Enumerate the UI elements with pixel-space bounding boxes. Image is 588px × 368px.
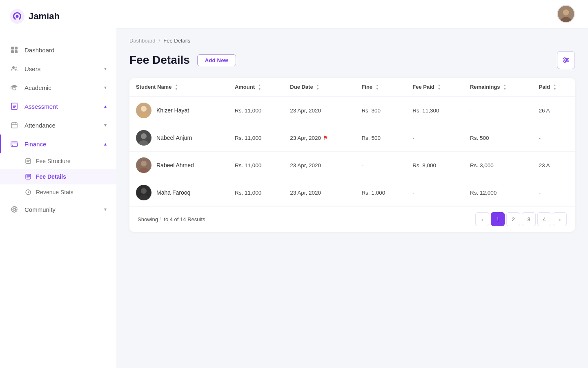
amount-cell: Rs. 11,000 (228, 124, 283, 152)
sidebar-item-finance[interactable]: Finance ▴ (0, 135, 116, 153)
fine-cell: Rs. 300 (355, 97, 406, 124)
chevron-down-icon: ▾ (104, 85, 107, 90)
svg-point-33 (563, 9, 569, 16)
svg-rect-3 (15, 47, 18, 49)
sidebar-item-label: Fee Structure (36, 158, 71, 164)
th-paid[interactable]: Paid ▲▼ (532, 78, 575, 97)
fee-table: Student Name ▲▼ Amount ▲▼ Due Date ▲▼ (129, 78, 575, 206)
fine-cell: - (355, 152, 406, 179)
svg-point-43 (141, 133, 147, 139)
due-date-cell: 23 Apr, 2020⚑ (283, 124, 355, 152)
sort-icon: ▲▼ (437, 84, 441, 91)
sidebar-item-academic[interactable]: Academic ▾ (0, 78, 116, 97)
community-icon (10, 205, 19, 214)
paid-cell: - (532, 179, 575, 206)
svg-rect-12 (11, 123, 17, 128)
sidebar-item-community[interactable]: Community ▾ (0, 200, 116, 219)
fee-paid-cell: - (406, 124, 463, 152)
th-remainings[interactable]: Remainings ▲▼ (463, 78, 532, 97)
sidebar-item-label: Finance (24, 141, 46, 148)
sidebar-item-fee-structure[interactable]: Fee Structure (0, 153, 116, 169)
th-amount[interactable]: Amount ▲▼ (228, 78, 283, 97)
breadcrumb-separator: / (159, 38, 160, 44)
svg-point-48 (139, 195, 149, 200)
avatar[interactable] (557, 5, 575, 23)
chevron-up-icon: ▴ (104, 141, 107, 147)
flag-icon: ⚑ (323, 135, 328, 141)
amount-cell: Rs. 11,000 (228, 179, 283, 206)
filter-button[interactable] (557, 51, 575, 69)
sidebar-nav: Dashboard Users ▾ Academic ▾ Assessment … (0, 33, 116, 368)
page-title: Fee Details (129, 54, 190, 67)
chevron-down-icon: ▾ (104, 122, 107, 128)
student-name: Khizer Hayat (156, 107, 189, 114)
sidebar-item-users[interactable]: Users ▾ (0, 59, 116, 78)
svg-rect-17 (11, 142, 18, 144)
th-student-name[interactable]: Student Name ▲▼ (129, 78, 228, 97)
due-date-text: 23 Apr, 2020 (290, 135, 321, 141)
fee-table-container: Student Name ▲▼ Amount ▲▼ Due Date ▲▼ (129, 78, 575, 232)
fine-cell: Rs. 1,000 (355, 179, 406, 206)
pagination-page-4[interactable]: 4 (537, 212, 551, 226)
th-fine[interactable]: Fine ▲▼ (355, 78, 406, 97)
pagination-next[interactable]: › (553, 212, 567, 226)
svg-point-18 (12, 145, 13, 146)
logo: Jamiah (0, 0, 116, 33)
svg-point-39 (566, 59, 568, 61)
sidebar-item-fee-details[interactable]: Fee Details (0, 169, 116, 184)
svg-point-45 (141, 161, 147, 166)
attendance-icon (10, 121, 19, 130)
table-header: Student Name ▲▼ Amount ▲▼ Due Date ▲▼ (129, 78, 575, 97)
breadcrumb-parent: Dashboard (129, 38, 156, 44)
revenue-stats-icon (24, 188, 32, 196)
brand-name: Jamiah (29, 11, 60, 22)
th-fee-paid[interactable]: Fee Paid ▲▼ (406, 78, 463, 97)
sidebar-item-revenue-stats[interactable]: Revenue Stats (0, 184, 116, 200)
sidebar-item-label: Revenue Stats (36, 189, 74, 195)
chevron-down-icon: ▾ (104, 66, 107, 72)
student-name: Rabeel Ahmed (156, 162, 194, 168)
student-name-cell: Rabeel Ahmed (129, 152, 228, 179)
fee-structure-icon (24, 157, 32, 165)
add-new-button[interactable]: Add New (197, 54, 236, 66)
svg-point-40 (564, 61, 566, 63)
svg-point-38 (564, 58, 566, 59)
main-content: Dashboard / Fee Details Fee Details Add … (116, 0, 588, 368)
fee-paid-cell: Rs. 8,000 (406, 152, 463, 179)
academic-icon (10, 83, 19, 92)
table-row: Rabeel Ahmed Rs. 11,00023 Apr, 2020-Rs. … (129, 152, 575, 179)
pagination-info: Showing 1 to 4 of 14 Results (138, 216, 205, 222)
remainings-cell: Rs. 500 (463, 124, 532, 152)
remainings-cell: Rs. 12,000 (463, 179, 532, 206)
pagination-page-1[interactable]: 1 (491, 212, 505, 226)
sidebar-item-attendance[interactable]: Attendance ▾ (0, 116, 116, 135)
avatar-silhouette (136, 185, 151, 200)
student-name-cell: Nabeel Anjum (129, 124, 228, 152)
pagination-controls: ‹ 1 2 3 4 › (475, 212, 567, 226)
fee-paid-cell: Rs. 11,300 (406, 97, 463, 124)
sidebar-item-assessment[interactable]: Assessment ▴ (0, 97, 116, 116)
sort-icon: ▲▼ (376, 84, 379, 91)
sidebar-item-label: Assessment (24, 103, 58, 110)
sidebar-item-dashboard[interactable]: Dashboard (0, 40, 116, 59)
table-row: Nabeel Anjum Rs. 11,00023 Apr, 2020⚑Rs. … (129, 124, 575, 152)
fee-details-icon (24, 173, 32, 180)
table-row: Khizer Hayat Rs. 11,00023 Apr, 2020Rs. 3… (129, 97, 575, 124)
logo-icon (10, 9, 24, 24)
sidebar-item-label: Users (24, 65, 40, 72)
svg-point-6 (12, 66, 15, 69)
sort-icon: ▲▼ (316, 84, 319, 91)
pagination-page-3[interactable]: 3 (522, 212, 536, 226)
sidebar-item-label: Attendance (24, 122, 56, 129)
svg-rect-4 (11, 50, 14, 53)
pagination-page-2[interactable]: 2 (506, 212, 520, 226)
due-date-cell: 23 Apr, 2020 (283, 179, 355, 206)
sort-icon: ▲▼ (553, 84, 557, 91)
th-due-date[interactable]: Due Date ▲▼ (283, 78, 355, 97)
paid-cell: 26 A (532, 97, 575, 124)
svg-rect-2 (11, 47, 14, 49)
pagination-prev[interactable]: ‹ (475, 212, 489, 226)
paid-cell: 23 A (532, 152, 575, 179)
pagination-row: Showing 1 to 4 of 14 Results ‹ 1 2 3 4 › (129, 206, 575, 232)
due-date-cell: 23 Apr, 2020 (283, 97, 355, 124)
